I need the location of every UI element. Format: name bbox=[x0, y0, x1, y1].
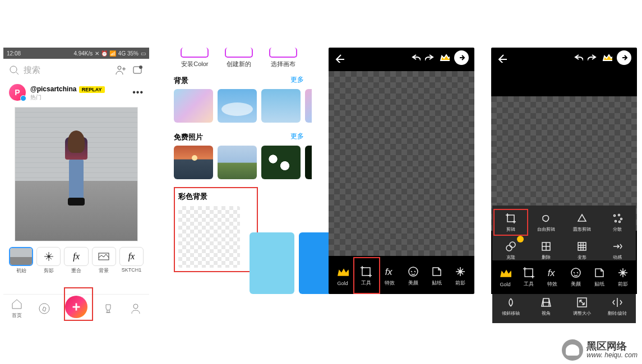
highlight-tools bbox=[353, 257, 380, 294]
feed-subtitle: 热门 bbox=[30, 94, 105, 101]
redo-icon[interactable] bbox=[425, 53, 435, 63]
effect-thumbnails: 初始 剪影 fx重合 背景 fxSKTCH1 bbox=[3, 245, 149, 277]
profile-icon[interactable] bbox=[130, 302, 142, 315]
starter-color[interactable]: 安装Color bbox=[177, 48, 213, 68]
svg-point-3 bbox=[139, 66, 142, 69]
crown-icon-2[interactable] bbox=[602, 53, 612, 63]
tool-resize[interactable]: 调整大小 bbox=[565, 293, 599, 320]
undo-icon[interactable] bbox=[410, 53, 421, 63]
section-color: 彩色背景 bbox=[178, 192, 253, 202]
search-bar: 搜索 bbox=[3, 59, 149, 81]
photo-tile-1[interactable] bbox=[174, 146, 213, 179]
starter-new[interactable]: 创建新的 bbox=[221, 48, 257, 68]
svg-point-1 bbox=[118, 66, 121, 69]
bg-tile-4[interactable] bbox=[305, 89, 312, 123]
bar-shadow[interactable]: 前影 bbox=[449, 265, 472, 287]
screen-create: 安装Color 创建新的 选择画布 背景更多 免费照片更多 彩色背景 bbox=[166, 48, 312, 305]
search-input[interactable]: 搜索 bbox=[24, 65, 110, 76]
svg-point-18 bbox=[506, 245, 512, 251]
more-link[interactable]: 更多 bbox=[290, 75, 304, 85]
thumb-2[interactable]: fx重合 bbox=[64, 247, 88, 274]
tool-disperse[interactable]: 分散 bbox=[601, 209, 635, 236]
thumb-1[interactable]: 剪影 bbox=[36, 247, 61, 274]
photo-tile-4[interactable] bbox=[305, 146, 312, 179]
screen-home: 12:08 4.94K/s ✕ ⏰ 📶 4G 35% ▭ 搜索 P @picsa… bbox=[3, 48, 149, 322]
screen-editor-2: 剪辑 自由剪辑 圆形剪辑 分散 克隆 删除 变形 动感 选择 RGB通道 调节 … bbox=[491, 48, 637, 294]
home-icon[interactable] bbox=[11, 297, 23, 310]
trophy-icon[interactable] bbox=[102, 302, 114, 315]
status-signal: 4G 35% bbox=[118, 50, 138, 57]
thumb-original[interactable]: 初始 bbox=[9, 247, 33, 274]
photo-tile-3[interactable] bbox=[261, 146, 301, 179]
svg-point-6 bbox=[39, 304, 49, 314]
more-icon[interactable]: ••• bbox=[132, 87, 144, 97]
bar2-beauty[interactable]: 美颜 bbox=[565, 267, 587, 288]
replay-badge: REPLAY bbox=[79, 86, 105, 93]
search-icon[interactable] bbox=[9, 65, 19, 75]
starter-canvas[interactable]: 选择画布 bbox=[265, 48, 301, 68]
thumb-4[interactable]: fxSKTCH1 bbox=[119, 247, 144, 274]
svg-point-14 bbox=[618, 214, 620, 216]
redo-icon-2[interactable] bbox=[588, 53, 598, 63]
bar2-fx[interactable]: fx特效 bbox=[541, 267, 564, 288]
svg-point-15 bbox=[621, 218, 622, 220]
editor-canvas[interactable] bbox=[329, 71, 474, 256]
tool-free-crop[interactable]: 自由剪辑 bbox=[529, 209, 564, 236]
svg-rect-21 bbox=[578, 242, 586, 250]
tool-clone[interactable]: 克隆 bbox=[493, 237, 528, 264]
svg-point-19 bbox=[510, 242, 515, 248]
notification-icon[interactable] bbox=[131, 64, 144, 76]
svg-point-17 bbox=[619, 221, 621, 223]
back-icon-2[interactable] bbox=[497, 53, 507, 63]
highlight-fab bbox=[64, 287, 93, 321]
bar-sticker[interactable]: 贴纸 bbox=[426, 265, 448, 287]
bar-gold[interactable]: Gold bbox=[331, 267, 354, 286]
more-link-2[interactable]: 更多 bbox=[290, 132, 304, 141]
screen-editor-1: Gold 工具 fx特效 美颜 贴纸 前影 bbox=[329, 48, 474, 294]
bar2-gold[interactable]: Gold bbox=[494, 268, 516, 287]
transparent-tile[interactable] bbox=[178, 206, 240, 268]
section-background: 背景 bbox=[174, 76, 188, 85]
tool-shape-crop[interactable]: 圆形剪辑 bbox=[565, 209, 599, 236]
add-friend-icon[interactable] bbox=[114, 64, 127, 76]
thumb-3[interactable]: 背景 bbox=[92, 247, 116, 274]
crown-icon[interactable] bbox=[440, 53, 450, 63]
tool-remove[interactable]: 删除 bbox=[529, 237, 564, 264]
avatar[interactable]: P bbox=[9, 84, 26, 101]
tool-warp[interactable]: 变形 bbox=[565, 237, 599, 264]
svg-rect-31 bbox=[525, 269, 533, 277]
svg-rect-12 bbox=[507, 215, 514, 222]
next-button-2[interactable] bbox=[617, 50, 631, 65]
tool-tilt[interactable]: 倾斜移轴 bbox=[493, 293, 528, 320]
svg-text:fx: fx bbox=[548, 268, 556, 278]
status-bar: 12:08 4.94K/s ✕ ⏰ 📶 4G 35% ▭ bbox=[3, 48, 149, 59]
status-time: 12:08 bbox=[7, 50, 21, 57]
tool-flip[interactable]: 翻转/旋转 bbox=[601, 293, 635, 320]
watermark: 黑区网络 www. heiqu. com bbox=[562, 339, 638, 361]
editor-toolbar-2: Gold 工具 fx特效 美颜 贴纸 前影 bbox=[491, 260, 637, 294]
feed-header: P @picsartchina REPLAY 热门 ••• bbox=[3, 81, 149, 104]
bar-fx[interactable]: fx特效 bbox=[378, 265, 401, 287]
feed-photo[interactable] bbox=[15, 107, 138, 241]
tool-crop[interactable]: 剪辑 bbox=[493, 209, 528, 236]
username[interactable]: @picsartchina bbox=[30, 85, 76, 93]
bar2-sticker[interactable]: 贴纸 bbox=[588, 267, 611, 288]
bar2-tools[interactable]: 工具 bbox=[518, 267, 540, 288]
back-icon[interactable] bbox=[334, 53, 344, 63]
section-free: 免费照片 bbox=[174, 133, 203, 141]
photo-tile-2[interactable] bbox=[218, 146, 257, 179]
undo-icon-2[interactable] bbox=[573, 53, 583, 63]
bar2-shadow[interactable]: 前影 bbox=[612, 267, 634, 288]
color-tile-1[interactable] bbox=[250, 232, 294, 294]
bg-tile-1[interactable] bbox=[174, 89, 213, 123]
watermark-url: www. heiqu. com bbox=[586, 352, 638, 359]
next-button[interactable] bbox=[454, 50, 469, 65]
tool-perspective[interactable]: 视角 bbox=[529, 293, 564, 320]
bg-tile-3[interactable] bbox=[261, 89, 301, 123]
bg-tile-2[interactable] bbox=[218, 89, 257, 123]
tool-motion[interactable]: 动感 bbox=[601, 237, 635, 264]
svg-point-13 bbox=[614, 215, 616, 217]
svg-point-0 bbox=[10, 66, 17, 73]
compass-icon[interactable] bbox=[38, 302, 50, 315]
bar-beauty[interactable]: 美颜 bbox=[402, 265, 424, 287]
